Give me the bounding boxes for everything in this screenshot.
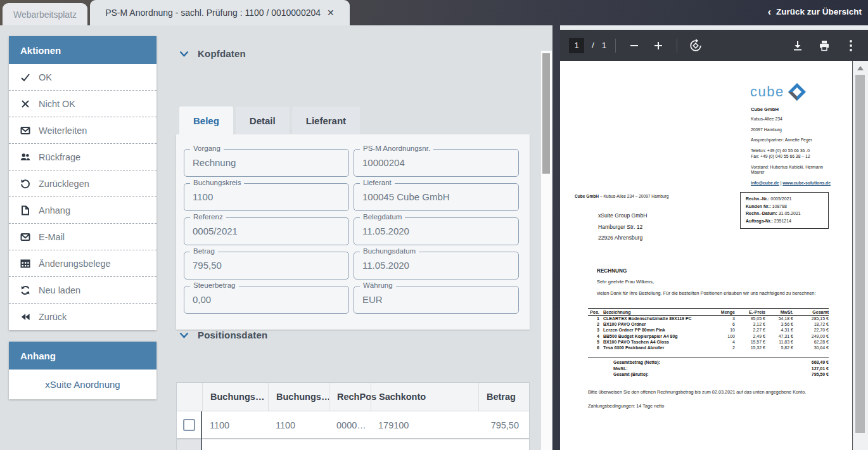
info-value: 0005/2021 <box>769 196 791 201</box>
field-psm-anordnungsnr[interactable]: PS-M Anordnungsnr. 10000204 <box>354 149 519 177</box>
item-vat: 54,18 € <box>765 316 793 321</box>
column-header[interactable]: Betrag <box>478 383 529 411</box>
pdf-scrollbar[interactable] <box>853 61 868 450</box>
action-neu-laden[interactable]: Neu laden <box>9 277 156 304</box>
company-city: 20097 Hamburg <box>751 127 832 132</box>
cell-betrag: 795,50 <box>478 411 529 439</box>
action-ok[interactable]: OK <box>9 64 156 91</box>
tab-label: Beleg <box>193 115 219 126</box>
field-belegdatum[interactable]: Belegdatum 11.05.2020 <box>354 217 519 245</box>
item-total: 22,70 € <box>793 328 829 332</box>
field-value: 1100 <box>193 191 213 202</box>
pdf-scrollbar-thumb[interactable] <box>855 75 865 433</box>
website-link[interactable]: www.cube-solutions.de <box>782 181 831 185</box>
tab-detail[interactable]: Detail <box>236 106 290 134</box>
column-header[interactable]: Buchungs… <box>202 383 268 411</box>
more-options-button[interactable] <box>841 36 860 55</box>
field-lieferant[interactable]: Lieferant 100045 Cube GmbH <box>354 183 519 211</box>
action-anhang[interactable]: Anhang <box>9 197 156 224</box>
action-label: Änderungsbelege <box>39 259 111 269</box>
field-label: Lieferant <box>360 179 395 186</box>
email-link[interactable]: info@cube.de <box>751 181 779 185</box>
item-pos: 6 <box>588 345 603 350</box>
workspace-panel: Aktionen OK Nicht OK Weiterleiten Rückfr… <box>0 25 552 450</box>
item-vat: 47,31 € <box>765 334 793 338</box>
item-qty: 6 <box>713 322 735 326</box>
zoom-in-button[interactable] <box>649 36 668 55</box>
action-email[interactable]: E-Mail <box>9 224 156 250</box>
total-value: 127,01 € <box>791 366 829 371</box>
main-scrollbar-thumb[interactable] <box>542 53 550 174</box>
item-vat: 11,83 € <box>765 340 793 344</box>
back-to-overview-link[interactable]: ‹ Zurück zur Übersicht <box>768 7 862 16</box>
people-icon <box>20 152 30 162</box>
row-checkbox[interactable] <box>183 419 195 431</box>
item-price: 15,57 € <box>735 340 765 344</box>
scroll-up-arrow-icon[interactable] <box>857 66 864 70</box>
item-pos: 5 <box>588 340 603 344</box>
field-buchungsdatum[interactable]: Buchungsdatum 11.05.2020 <box>354 252 519 280</box>
action-weiterleiten[interactable]: Weiterleiten <box>9 117 156 144</box>
field-label: Referenz <box>190 213 226 221</box>
field-vorgang[interactable]: Vorgang Rechnung <box>184 149 349 177</box>
top-bar: Webarbeitsplatz PS-M Anordnung - sachl. … <box>0 0 868 25</box>
field-value: 11.05.2020 <box>362 226 409 236</box>
positionsdaten-section-header[interactable]: Positionsdaten <box>179 330 267 340</box>
kopfdaten-section-header[interactable]: Kopfdaten <box>179 48 246 59</box>
download-icon <box>792 40 803 51</box>
field-betrag[interactable]: Betrag 795,50 <box>184 252 349 280</box>
field-steuerbetrag[interactable]: Steuerbetrag 0,00 <box>184 286 349 314</box>
action-rueckfrage[interactable]: Rückfrage <box>9 144 156 170</box>
field-referenz[interactable]: Referenz 0005/2021 <box>184 217 349 245</box>
action-nicht-ok[interactable]: Nicht OK <box>9 91 156 117</box>
attachment-link[interactable]: xSuite Anordnung <box>45 379 120 390</box>
action-aenderungsbelege[interactable]: Änderungsbelege <box>9 250 156 277</box>
mail-icon <box>20 232 30 242</box>
item-pos: 1 <box>588 316 603 321</box>
page-total: 1 <box>602 41 607 50</box>
total-value: 668,49 € <box>791 360 829 364</box>
table-row[interactable]: 1100 1100 0000… 179100 795,50 <box>177 411 529 439</box>
browser-tab-webarbeitsplatz[interactable]: Webarbeitsplatz <box>3 3 87 25</box>
field-label: Vorgang <box>190 145 224 152</box>
main-scrollbar[interactable] <box>541 51 552 450</box>
row-select-cell <box>177 411 202 439</box>
action-zurueck[interactable]: Zurück <box>9 304 156 330</box>
invoice-totals: Gesamtbetrag (Netto):668,49 € MwSt.:127,… <box>588 357 829 378</box>
rotate-button[interactable] <box>686 36 705 55</box>
invoice-item-row: 4 BB500 Budget Kopierpapier A4 80g 100 2… <box>588 333 829 339</box>
field-waehrung[interactable]: Währung EUR <box>354 286 519 314</box>
tab-label: Webarbeitsplatz <box>13 10 77 20</box>
browser-tab-active[interactable]: PS-M Anordnung - sachl. Prüfung : 1100 /… <box>90 0 350 25</box>
cube-diamond-icon <box>788 82 807 101</box>
total-label: MwSt.: <box>588 366 791 371</box>
column-header[interactable]: Sachkonto <box>371 383 478 411</box>
header-pos: Pos. <box>588 310 603 314</box>
beleg-form: Vorgang Rechnung PS-M Anordnungsnr. 1000… <box>176 134 530 330</box>
tab-label: Detail <box>250 115 276 126</box>
tab-lieferant[interactable]: Lieferant <box>292 106 360 134</box>
minus-icon <box>629 41 639 51</box>
app-root: { "topbar": { "tabs": [ { "label": "Weba… <box>0 0 868 450</box>
mail-icon <box>20 125 30 136</box>
column-header[interactable]: Buchungs… <box>268 383 329 411</box>
pdf-toolbar: 1 / 1 <box>560 30 868 61</box>
tab-beleg[interactable]: Beleg <box>179 106 233 134</box>
page-number-input[interactable]: 1 <box>569 38 584 53</box>
header-menge: Menge <box>713 310 735 314</box>
field-buchungskreis[interactable]: Buchungskreis 1100 <box>184 183 349 211</box>
zoom-out-button[interactable] <box>625 36 644 55</box>
close-icon[interactable]: ✕ <box>327 8 335 18</box>
total-label: Gesamtbetrag (Netto): <box>588 360 791 364</box>
item-vat: 5,82 € <box>765 345 793 350</box>
item-name: BX100 PAVO Ordner <box>603 322 713 326</box>
item-qty: 3 <box>713 316 735 321</box>
info-row: Rechn.-Nr.: 0005/2021 <box>746 196 823 201</box>
column-header[interactable]: RechPos <box>329 383 371 411</box>
action-zuruecklegen[interactable]: Zurücklegen <box>9 170 156 197</box>
download-button[interactable] <box>788 36 807 55</box>
field-value: 795,50 <box>193 260 222 271</box>
print-button[interactable] <box>815 36 834 55</box>
total-row: Gesamtbetrag (Netto):668,49 € <box>588 360 829 364</box>
item-vat: 3,56 € <box>765 322 793 326</box>
